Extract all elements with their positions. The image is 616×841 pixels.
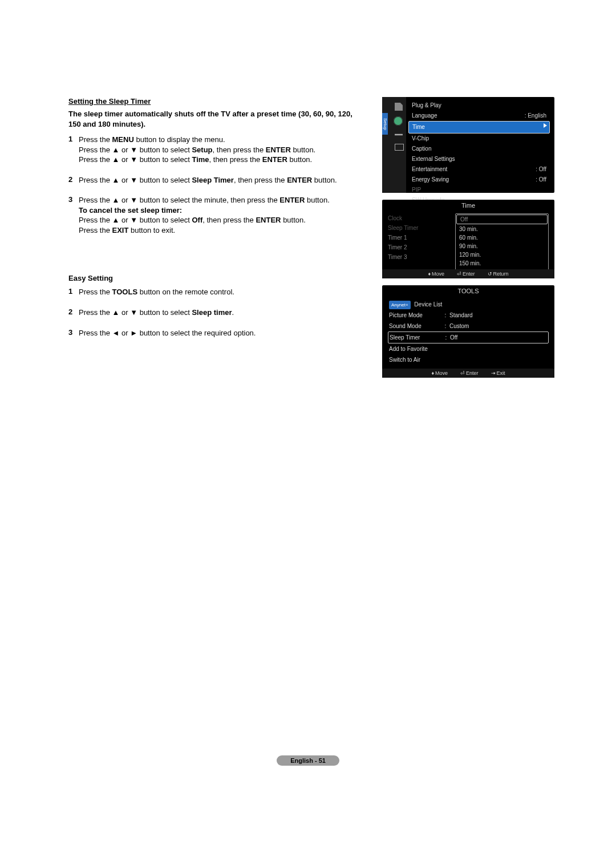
tools-row: Switch to Air <box>388 354 549 365</box>
setup-item: Language: English <box>408 111 550 121</box>
tools-row-value: Off <box>450 334 457 341</box>
setup-item: External Settings <box>408 154 550 164</box>
setup-item: Entertainment: Off <box>408 164 550 175</box>
tools-row-value: Custom <box>449 322 469 330</box>
time-option: 30 min. <box>456 225 548 233</box>
intro-text: The sleep timer automatically shuts off … <box>68 109 352 129</box>
time-left-list: ClockSleep TimerTimer 1Timer 2Timer 3 <box>388 213 451 277</box>
step-line: Press the TOOLS button on the remote con… <box>79 287 347 297</box>
setup-tab-label: Setup <box>382 113 388 135</box>
tools-row-label: Sleep Timer <box>390 334 442 341</box>
time-left-item: Timer 2 <box>388 242 451 252</box>
time-left-item: Clock <box>388 213 451 223</box>
steps-easy: 1Press the TOOLS button on the remote co… <box>68 287 352 338</box>
tools-row: Sleep Timer:Off <box>388 331 549 343</box>
tools-row: Picture Mode:Standard <box>388 310 549 321</box>
network-icon <box>395 131 403 138</box>
osd-time-menu: Time ClockSleep TimerTimer 1Timer 2Timer… <box>382 200 554 278</box>
time-option: 90 min. <box>456 242 548 250</box>
enter-icon: ⏎ <box>457 271 461 277</box>
step-line: Press the EXIT button to exit. <box>79 225 347 236</box>
footer-move: ♦Move <box>428 271 444 277</box>
step-body: Press the MENU button to display the men… <box>79 135 347 165</box>
time-option: 120 min. <box>456 250 548 259</box>
chevron-right-icon <box>544 123 547 128</box>
setup-item: PIP <box>408 185 550 195</box>
footer-exit: ⇥Exit <box>491 370 505 376</box>
setup-item: Time <box>408 121 550 134</box>
time-left-item: Sleep Timer <box>388 223 451 233</box>
time-left-item: Timer 3 <box>388 252 451 262</box>
page-icon <box>395 103 403 111</box>
step-body: Press the ◄ or ► button to select the re… <box>79 328 347 338</box>
step-line: Press the ◄ or ► button to select the re… <box>79 328 347 338</box>
steps-primary: 1Press the MENU button to display the me… <box>68 135 352 235</box>
setup-item: Energy Saving: Off <box>408 175 550 185</box>
osd-setup-menu: Setup Plug & PlayLanguage: EnglishTimeV-… <box>382 97 554 193</box>
step-line: Press the ▲ or ▼ button to select Time, … <box>79 155 347 165</box>
step-number: 3 <box>68 195 79 204</box>
page-footer: English - 51 <box>0 755 616 766</box>
tools-title: TOOLS <box>382 285 554 297</box>
tools-row-label: Sound Mode <box>389 322 441 330</box>
step-number: 2 <box>68 308 79 316</box>
tools-row-label: Picture Mode <box>389 312 441 319</box>
step-line: Press the ▲ or ▼ button to select Sleep … <box>79 175 347 185</box>
tools-row: Add to Favorite <box>388 343 549 354</box>
section-title: Setting the Sleep Timer <box>68 97 352 106</box>
step-body: Press the ▲ or ▼ button to select the mi… <box>79 195 347 235</box>
enter-icon: ⏎ <box>460 370 465 376</box>
time-options-list: Off30 min.60 min.90 min.120 min.150 min.… <box>455 213 549 277</box>
footer-return: ↺ Return <box>488 271 509 277</box>
step-line: Press the ▲ or ▼ button to select Setup,… <box>79 145 347 155</box>
updown-icon: ♦ <box>428 271 431 277</box>
step-body: Press the TOOLS button on the remote con… <box>79 287 347 297</box>
setup-item: Plug & Play <box>408 100 550 111</box>
tools-footer: ♦Move ⏎Enter ⇥Exit <box>382 369 554 378</box>
step-body: Press the ▲ or ▼ button to select Sleep … <box>79 308 347 318</box>
tools-row-label: Switch to Air <box>389 356 441 363</box>
footer-enter: ⏎ Enter <box>457 271 475 277</box>
step-subhead: To cancel the set sleep timer: <box>79 205 347 216</box>
step-line: Press the ▲ or ▼ button to select Sleep … <box>79 308 347 318</box>
step-line: Press the ▲ or ▼ button to select the mi… <box>79 195 347 205</box>
exit-icon: ⇥ <box>491 370 496 376</box>
setup-item: Caption <box>408 144 550 154</box>
screen-icon <box>395 144 404 151</box>
updown-icon: ♦ <box>431 370 434 376</box>
step-number: 2 <box>68 175 79 184</box>
osd-tools-menu: TOOLS Anynet+ Device List Picture Mode:S… <box>382 285 554 378</box>
page-number-chip: English - 51 <box>277 755 339 766</box>
step-number: 1 <box>68 287 79 296</box>
setup-item-list: Plug & PlayLanguage: EnglishTimeV-ChipCa… <box>408 100 550 205</box>
tools-row: Sound Mode:Custom <box>388 321 549 331</box>
step-body: Press the ▲ or ▼ button to select Sleep … <box>79 175 347 185</box>
anynet-chip-icon: Anynet+ <box>389 301 411 309</box>
time-option: 60 min. <box>456 233 548 242</box>
footer-move: ♦Move <box>431 370 448 376</box>
tools-row-value: Standard <box>449 312 473 319</box>
time-option: 150 min. <box>456 259 548 268</box>
footer-enter: ⏎Enter <box>460 370 479 376</box>
time-title: Time <box>382 200 554 211</box>
tools-row-label: Add to Favorite <box>389 345 441 353</box>
step-number: 1 <box>68 135 79 143</box>
step-line: Press the MENU button to display the men… <box>79 135 347 145</box>
return-icon: ↺ <box>488 271 492 277</box>
setup-sidebar: Setup <box>382 97 406 193</box>
device-list-label: Device List <box>414 301 442 308</box>
step-number: 3 <box>68 328 79 337</box>
setup-item: V-Chip <box>408 134 550 144</box>
time-left-item: Timer 1 <box>388 233 451 242</box>
time-footer: ♦Move ⏎ Enter ↺ Return <box>382 269 554 278</box>
tools-device-list: Anynet+ Device List <box>388 299 549 310</box>
easy-setting-heading: Easy Setting <box>68 274 352 282</box>
step-line: Press the ▲ or ▼ button to select Off, t… <box>79 215 347 225</box>
gear-icon <box>394 116 403 126</box>
time-option: Off <box>456 215 548 224</box>
